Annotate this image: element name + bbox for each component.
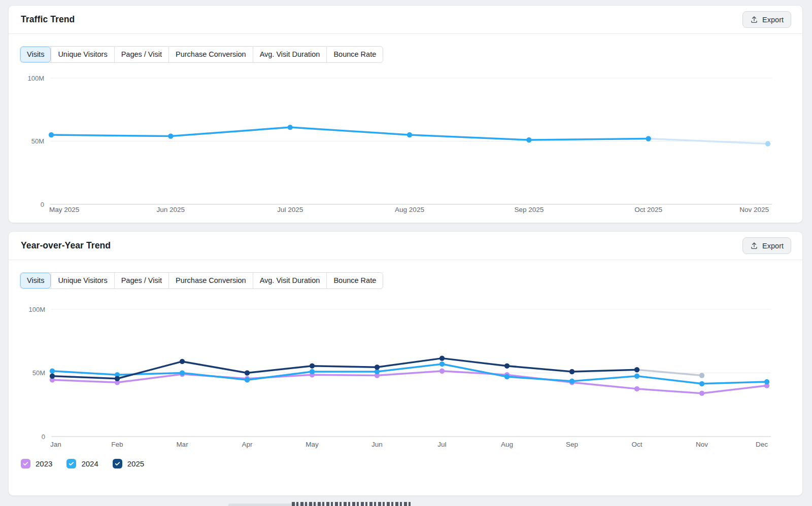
tab-purchase-conversion[interactable]: Purchase Conversion bbox=[168, 273, 253, 288]
x-axis-label: Jul 2025 bbox=[277, 206, 303, 213]
data-point[interactable] bbox=[439, 362, 445, 367]
legend-label: 2024 bbox=[81, 459, 98, 468]
x-axis-label: May bbox=[306, 441, 319, 448]
tab-pages-visit[interactable]: Pages / Visit bbox=[114, 47, 168, 62]
x-axis-label: Aug bbox=[501, 441, 513, 448]
tab-avg-visit-duration[interactable]: Avg. Visit Duration bbox=[253, 47, 327, 62]
x-axis-label: Jun bbox=[371, 441, 383, 448]
metric-tab-bar: VisitsUnique VisitorsPages / VisitPurcha… bbox=[20, 46, 383, 63]
export-label: Export bbox=[762, 242, 784, 250]
check-icon bbox=[114, 460, 121, 467]
data-point[interactable] bbox=[569, 369, 574, 374]
traffic-trend-chart[interactable]: 100M50M0May 2025Jun 2025Jul 2025Aug 2025… bbox=[9, 71, 803, 224]
x-axis-label: Oct 2025 bbox=[634, 206, 662, 213]
data-point[interactable] bbox=[287, 125, 292, 130]
tab-bounce-rate[interactable]: Bounce Rate bbox=[326, 47, 383, 62]
y-axis-label: 50M bbox=[31, 137, 44, 145]
traffic-trend-header: Traffic Trend Export bbox=[9, 6, 802, 34]
data-point[interactable] bbox=[439, 355, 445, 360]
data-point[interactable] bbox=[439, 369, 445, 374]
x-axis-label: Nov 2025 bbox=[739, 206, 769, 213]
x-axis-label: Sep 2025 bbox=[514, 206, 544, 213]
data-point[interactable] bbox=[245, 370, 250, 375]
legend-item-2023[interactable]: 2023 bbox=[21, 459, 52, 468]
data-point[interactable] bbox=[115, 376, 120, 381]
chart-legend: 202320242025 bbox=[21, 459, 144, 468]
export-button[interactable]: Export bbox=[742, 11, 791, 28]
tab-visits[interactable]: Visits bbox=[20, 47, 51, 62]
data-point[interactable] bbox=[168, 133, 173, 138]
upload-icon bbox=[750, 242, 758, 250]
data-point[interactable] bbox=[49, 132, 54, 137]
data-point[interactable] bbox=[569, 379, 574, 384]
export-label: Export bbox=[762, 16, 784, 24]
data-point[interactable] bbox=[504, 363, 510, 368]
legend-item-2025[interactable]: 2025 bbox=[113, 459, 144, 468]
y-axis-label: 0 bbox=[42, 433, 45, 441]
data-point[interactable] bbox=[634, 367, 639, 372]
series-2025[interactable] bbox=[49, 125, 770, 147]
tab-avg-visit-duration[interactable]: Avg. Visit Duration bbox=[253, 273, 327, 288]
data-point[interactable] bbox=[634, 374, 639, 379]
data-point[interactable] bbox=[245, 377, 250, 382]
x-axis-label: Dec bbox=[756, 441, 768, 448]
data-point[interactable] bbox=[765, 141, 770, 146]
x-axis-label: Aug 2025 bbox=[395, 206, 424, 213]
tab-pages-visit[interactable]: Pages / Visit bbox=[114, 273, 168, 288]
data-point[interactable] bbox=[526, 137, 531, 142]
below-fold-clipped-text bbox=[292, 502, 412, 506]
x-axis-label: Nov bbox=[696, 441, 708, 448]
line bbox=[51, 127, 649, 140]
legend-label: 2025 bbox=[127, 459, 144, 468]
data-point[interactable] bbox=[375, 365, 380, 370]
x-axis-label: Jun 2025 bbox=[157, 206, 185, 213]
line-faded bbox=[637, 370, 702, 375]
tab-unique-visitors[interactable]: Unique Visitors bbox=[51, 273, 114, 288]
tab-bounce-rate[interactable]: Bounce Rate bbox=[326, 273, 383, 288]
data-point[interactable] bbox=[699, 381, 704, 386]
x-axis-label: Sep bbox=[566, 441, 578, 448]
tab-purchase-conversion[interactable]: Purchase Conversion bbox=[168, 47, 253, 62]
data-point[interactable] bbox=[180, 370, 185, 375]
x-axis-label: Jul bbox=[437, 441, 446, 448]
x-axis-label: Jan bbox=[50, 441, 61, 448]
data-point[interactable] bbox=[646, 136, 651, 141]
export-button[interactable]: Export bbox=[742, 237, 791, 254]
x-axis-label: Feb bbox=[111, 441, 123, 448]
x-axis-label: Apr bbox=[242, 441, 253, 448]
data-point[interactable] bbox=[50, 374, 55, 379]
legend-item-2024[interactable]: 2024 bbox=[66, 459, 98, 468]
data-point[interactable] bbox=[310, 363, 315, 368]
data-point[interactable] bbox=[504, 374, 510, 379]
data-point[interactable] bbox=[699, 373, 704, 378]
yoy-trend-panel: Year-over-Year Trend Export VisitsUnique… bbox=[8, 231, 803, 496]
data-point[interactable] bbox=[699, 390, 704, 395]
legend-checkbox-2023[interactable] bbox=[21, 459, 30, 468]
metric-tab-bar: VisitsUnique VisitorsPages / VisitPurcha… bbox=[20, 272, 383, 289]
x-axis-label: May 2025 bbox=[49, 206, 79, 213]
panel-title: Year-over-Year Trend bbox=[21, 240, 111, 251]
legend-label: 2023 bbox=[36, 459, 52, 468]
upload-icon bbox=[750, 16, 758, 24]
x-axis-label: Mar bbox=[176, 441, 188, 448]
check-icon bbox=[22, 460, 29, 467]
yoy-trend-chart[interactable]: 100M50M0JanFebMarAprMayJunJulAugSepOctNo… bbox=[9, 303, 803, 457]
traffic-trend-panel: Traffic Trend Export VisitsUnique Visito… bbox=[8, 5, 803, 223]
data-point[interactable] bbox=[764, 379, 769, 384]
data-point[interactable] bbox=[407, 132, 412, 137]
data-point[interactable] bbox=[50, 369, 55, 374]
tab-unique-visitors[interactable]: Unique Visitors bbox=[51, 47, 114, 62]
y-axis-label: 0 bbox=[41, 201, 44, 208]
x-axis-label: Oct bbox=[631, 441, 642, 448]
legend-checkbox-2024[interactable] bbox=[66, 459, 76, 468]
data-point[interactable] bbox=[310, 369, 315, 374]
y-axis-label: 50M bbox=[32, 369, 45, 377]
data-point[interactable] bbox=[180, 359, 185, 364]
yoy-trend-header: Year-over-Year Trend Export bbox=[9, 232, 802, 260]
y-axis-label: 100M bbox=[28, 306, 45, 313]
data-point[interactable] bbox=[634, 386, 639, 391]
check-icon bbox=[68, 460, 75, 467]
legend-checkbox-2025[interactable] bbox=[113, 459, 122, 468]
y-axis-label: 100M bbox=[27, 75, 44, 82]
tab-visits[interactable]: Visits bbox=[20, 273, 51, 288]
